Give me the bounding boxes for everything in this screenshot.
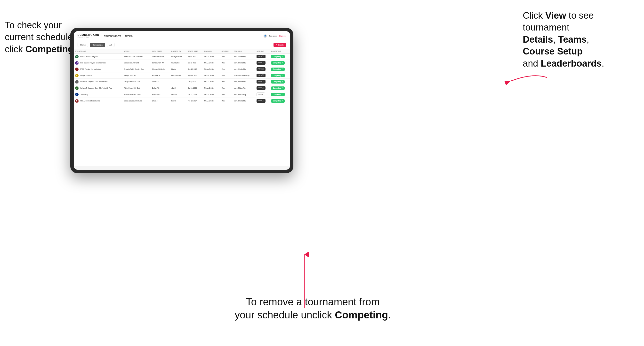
city-cell: Olympia Fields, IL: [151, 66, 170, 72]
tablet-screen: SCOREBOARD Powered by clippi TOURNAMENTS…: [74, 31, 290, 170]
hosted-by-cell: [170, 79, 186, 85]
logo-subtitle: Powered by clippi: [78, 36, 99, 38]
app-header: SCOREBOARD Powered by clippi TOURNAMENTS…: [74, 31, 290, 41]
annotation-bottom: To remove a tournament from your schedul…: [204, 295, 422, 322]
competing-badge[interactable]: Competing ✓: [271, 61, 285, 65]
table-row: J Jackson T. Stephens Cup – Men's Match …: [74, 85, 290, 91]
competing-badge[interactable]: Competing ✓: [271, 55, 285, 58]
gender-cell: Men: [220, 91, 232, 98]
gender-cell: Men: [220, 60, 232, 66]
tournaments-table-container: EVENT NAME VENUE CITY, STATE HOSTED BY S…: [74, 49, 290, 166]
competing-badge[interactable]: Competing ✓: [271, 93, 285, 96]
col-venue: VENUE: [122, 49, 151, 53]
start-date-cell: Sep 18, 2023: [186, 72, 203, 79]
view-button[interactable]: View ⓘ: [256, 67, 266, 71]
gender-cell: Men: [220, 79, 232, 85]
division-cell: NCAA Division I: [203, 79, 220, 85]
competing-cell: Competing ✓: [270, 98, 290, 104]
event-name: Jackson T. Stephens Cup – Stroke Play: [80, 81, 108, 83]
venue-cell: Sahalee Country Club: [122, 60, 151, 66]
gender-cell: Men: [220, 53, 232, 60]
venue-cell: Trinity Forest Golf Club: [122, 79, 151, 85]
team-logo: W: [75, 61, 78, 65]
team-logo: H: [75, 99, 78, 103]
scoring-cell: team, Match Play: [232, 91, 255, 98]
view-button[interactable]: View ⓘ: [256, 55, 266, 58]
event-name: Jackson T. Stephens Cup – Men's Match Pl…: [80, 87, 112, 89]
table-row: M Folds of Honor Collegiate American Dun…: [74, 53, 290, 60]
view-button[interactable]: View ⓘ: [256, 86, 266, 90]
user-name: Test User: [269, 35, 277, 37]
city-cell: Phoenix, AZ: [151, 72, 170, 79]
view-button[interactable]: View ⓘ: [256, 80, 266, 84]
event-name-cell: P Papago Individual: [74, 72, 122, 79]
team-logo: I: [75, 68, 78, 71]
city-cell: Grand Haven, MI: [151, 53, 170, 60]
filter-all-button[interactable]: All: [107, 43, 114, 47]
venue-cell: Ocean Course At Hokuala: [122, 98, 151, 104]
division-cell: NCAA Division I: [203, 72, 220, 79]
event-name-cell: J Jackson T. Stephens Cup – Men's Match …: [74, 85, 122, 91]
competing-badge[interactable]: Competing ✓: [271, 86, 285, 90]
col-gender: GENDER: [220, 49, 232, 53]
view-button[interactable]: View ⓘ: [256, 99, 266, 103]
col-competing: COMPETING: [270, 49, 290, 53]
col-division: DIVISION: [203, 49, 220, 53]
competing-badge[interactable]: Competing ✓: [271, 68, 285, 71]
event-name: Copper Cup: [80, 94, 88, 95]
team-logo: A: [75, 93, 78, 96]
scoring-cell: team, Match Play: [232, 85, 255, 91]
venue-cell: Papago Golf Club: [122, 72, 151, 79]
competing-cell: Competing ✓: [270, 79, 290, 85]
table-row: A Copper Cup Ak-Chin Southern DunesMaric…: [74, 91, 290, 98]
start-date-cell: Oct 11, 2023: [186, 85, 203, 91]
team-logo: P: [75, 74, 78, 77]
filter-home-button[interactable]: Home: [78, 43, 88, 47]
event-name: 2023 Sahalee Players Championship: [80, 62, 106, 64]
create-button[interactable]: + Create: [274, 43, 286, 47]
scoring-cell: team, Stroke Play: [232, 60, 255, 66]
sign-out-link[interactable]: Sign out: [279, 35, 286, 37]
city-cell: Dallas, TX: [151, 79, 170, 85]
gender-cell: Men: [220, 98, 232, 104]
start-date-cell: Sep 4, 2023: [186, 53, 203, 60]
event-name: Folds of Honor Collegiate: [80, 56, 98, 57]
edit-button[interactable]: ✏ Edit: [256, 93, 265, 96]
user-icon: 👤: [264, 34, 267, 38]
hosted-by-cell: Michigan State: [170, 53, 186, 60]
arrow-to-view-competing: [503, 68, 552, 87]
competing-badge[interactable]: Competing ✓: [271, 80, 285, 84]
gender-cell: Men: [220, 72, 232, 79]
city-cell: Sammamish, WA: [151, 60, 170, 66]
event-name: Papago Individual: [80, 75, 92, 76]
hosted-by-cell: Illinois: [170, 66, 186, 72]
scoring-cell: team, Stroke Play: [232, 98, 255, 104]
competing-cell: Competing ✓: [270, 60, 290, 66]
hosted-by-cell: Arizona State: [170, 72, 186, 79]
city-cell: Dallas, TX: [151, 85, 170, 91]
competing-cell: Competing ✓: [270, 85, 290, 91]
start-date-cell: Oct 9, 2023: [186, 79, 203, 85]
start-date-cell: Jan 14, 2024: [186, 91, 203, 98]
view-button[interactable]: View ⓘ: [256, 61, 266, 65]
scoring-cell: team, Stroke Play: [232, 79, 255, 85]
team-logo: J: [75, 80, 78, 84]
division-cell: NCAA Division I: [203, 98, 220, 104]
nav-links: TOURNAMENTS TEAMS: [104, 35, 132, 37]
view-button[interactable]: View ⓘ: [256, 74, 266, 77]
competing-badge[interactable]: Competing ✓: [271, 99, 285, 103]
tournaments-table: EVENT NAME VENUE CITY, STATE HOSTED BY S…: [74, 49, 290, 104]
event-name-cell: H John A. Burns Intercollegiate: [74, 98, 122, 104]
competing-badge[interactable]: Competing ✓: [271, 74, 285, 77]
nav-tournaments[interactable]: TOURNAMENTS: [104, 35, 121, 37]
city-cell: Maricopa, AZ: [151, 91, 170, 98]
filter-competing-button[interactable]: Competing: [90, 43, 105, 47]
division-cell: NCAA Division I: [203, 91, 220, 98]
col-scoring: SCORING: [232, 49, 255, 53]
table-body: M Folds of Honor Collegiate American Dun…: [74, 53, 290, 104]
event-name-cell: M Folds of Honor Collegiate: [74, 53, 122, 60]
event-name-cell: I OFCC Fighting Illini Invitational: [74, 66, 122, 72]
team-logo: M: [75, 55, 78, 58]
nav-teams[interactable]: TEAMS: [125, 35, 133, 37]
competing-cell: Competing ✓: [270, 72, 290, 79]
